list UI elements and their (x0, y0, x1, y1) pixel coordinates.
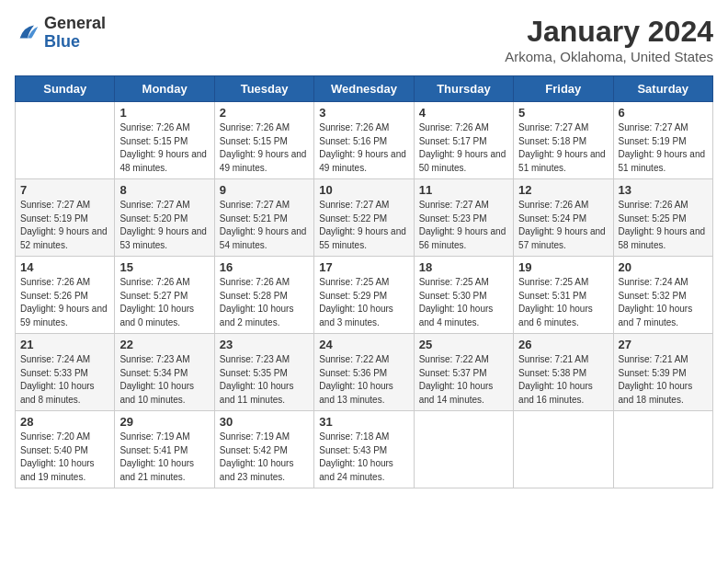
day-number: 12 (518, 183, 608, 197)
calendar-cell: 2 Sunrise: 7:26 AM Sunset: 5:15 PM Dayli… (214, 102, 313, 179)
day-number: 2 (220, 106, 309, 120)
calendar-cell: 12 Sunrise: 7:26 AM Sunset: 5:24 PM Dayl… (514, 179, 613, 257)
day-info: Sunrise: 7:27 AM Sunset: 5:21 PM Dayligh… (220, 199, 309, 252)
day-info: Sunrise: 7:26 AM Sunset: 5:28 PM Dayligh… (220, 276, 309, 329)
day-info: Sunrise: 7:27 AM Sunset: 5:20 PM Dayligh… (119, 199, 209, 252)
day-number: 28 (20, 415, 109, 429)
day-number: 17 (319, 260, 408, 274)
calendar-cell: 31 Sunrise: 7:18 AM Sunset: 5:43 PM Dayl… (314, 411, 414, 488)
calendar-week-row: 28 Sunrise: 7:20 AM Sunset: 5:40 PM Dayl… (16, 411, 713, 488)
day-number: 9 (220, 183, 309, 197)
calendar-title: January 2024 (505, 15, 713, 49)
day-number: 10 (319, 183, 408, 197)
day-info: Sunrise: 7:24 AM Sunset: 5:33 PM Dayligh… (20, 353, 109, 407)
calendar-table: SundayMondayTuesdayWednesdayThursdayFrid… (15, 75, 713, 488)
weekday-header-row: SundayMondayTuesdayWednesdayThursdayFrid… (16, 76, 713, 102)
calendar-cell: 24 Sunrise: 7:22 AM Sunset: 5:36 PM Dayl… (314, 334, 414, 411)
day-number: 24 (319, 338, 408, 351)
day-info: Sunrise: 7:26 AM Sunset: 5:27 PM Dayligh… (119, 276, 209, 329)
calendar-cell: 28 Sunrise: 7:20 AM Sunset: 5:40 PM Dayl… (16, 411, 115, 488)
day-info: Sunrise: 7:19 AM Sunset: 5:42 PM Dayligh… (220, 431, 309, 484)
day-number: 19 (518, 260, 608, 274)
day-info: Sunrise: 7:19 AM Sunset: 5:41 PM Dayligh… (119, 431, 209, 484)
calendar-cell: 30 Sunrise: 7:19 AM Sunset: 5:42 PM Dayl… (214, 411, 313, 488)
day-info: Sunrise: 7:26 AM Sunset: 5:17 PM Dayligh… (419, 121, 508, 175)
logo-text-blue: Blue (44, 33, 106, 52)
weekday-header-sunday: Sunday (16, 76, 115, 102)
day-info: Sunrise: 7:26 AM Sunset: 5:15 PM Dayligh… (220, 121, 309, 175)
calendar-cell: 21 Sunrise: 7:24 AM Sunset: 5:33 PM Dayl… (16, 334, 115, 411)
weekday-header-thursday: Thursday (414, 76, 513, 102)
day-number: 25 (419, 338, 508, 351)
calendar-cell: 22 Sunrise: 7:23 AM Sunset: 5:34 PM Dayl… (115, 334, 214, 411)
day-info: Sunrise: 7:26 AM Sunset: 5:26 PM Dayligh… (20, 276, 109, 329)
day-info: Sunrise: 7:25 AM Sunset: 5:30 PM Dayligh… (419, 276, 508, 329)
calendar-cell: 10 Sunrise: 7:27 AM Sunset: 5:22 PM Dayl… (314, 179, 414, 257)
calendar-cell: 29 Sunrise: 7:19 AM Sunset: 5:41 PM Dayl… (115, 411, 214, 488)
day-number: 18 (419, 260, 508, 274)
day-info: Sunrise: 7:26 AM Sunset: 5:24 PM Dayligh… (518, 199, 608, 252)
day-info: Sunrise: 7:23 AM Sunset: 5:34 PM Dayligh… (119, 353, 209, 407)
day-info: Sunrise: 7:23 AM Sunset: 5:35 PM Dayligh… (220, 353, 309, 407)
calendar-cell: 8 Sunrise: 7:27 AM Sunset: 5:20 PM Dayli… (115, 179, 214, 257)
day-number: 8 (119, 183, 209, 197)
calendar-cell: 14 Sunrise: 7:26 AM Sunset: 5:26 PM Dayl… (16, 257, 115, 334)
page-header: General Blue January 2024 Arkoma, Oklaho… (15, 15, 713, 64)
calendar-cell: 9 Sunrise: 7:27 AM Sunset: 5:21 PM Dayli… (214, 179, 313, 257)
day-number: 14 (20, 260, 109, 274)
calendar-cell (613, 411, 712, 488)
calendar-cell (414, 411, 513, 488)
calendar-cell: 20 Sunrise: 7:24 AM Sunset: 5:32 PM Dayl… (613, 257, 712, 334)
day-number: 13 (619, 183, 708, 197)
day-number: 27 (619, 338, 708, 351)
day-number: 22 (119, 338, 209, 351)
calendar-cell (16, 102, 115, 179)
logo: General Blue (15, 15, 106, 52)
day-info: Sunrise: 7:27 AM Sunset: 5:23 PM Dayligh… (419, 199, 508, 252)
calendar-cell: 13 Sunrise: 7:26 AM Sunset: 5:25 PM Dayl… (613, 179, 712, 257)
weekday-header-monday: Monday (115, 76, 214, 102)
day-number: 30 (220, 415, 309, 429)
day-info: Sunrise: 7:24 AM Sunset: 5:32 PM Dayligh… (619, 276, 708, 329)
day-number: 16 (220, 260, 309, 274)
calendar-week-row: 7 Sunrise: 7:27 AM Sunset: 5:19 PM Dayli… (16, 179, 713, 257)
day-number: 1 (119, 106, 209, 120)
day-info: Sunrise: 7:26 AM Sunset: 5:25 PM Dayligh… (619, 199, 708, 252)
calendar-cell: 26 Sunrise: 7:21 AM Sunset: 5:38 PM Dayl… (514, 334, 613, 411)
calendar-cell: 4 Sunrise: 7:26 AM Sunset: 5:17 PM Dayli… (414, 102, 513, 179)
weekday-header-friday: Friday (514, 76, 613, 102)
calendar-header: SundayMondayTuesdayWednesdayThursdayFrid… (16, 76, 713, 102)
calendar-week-row: 1 Sunrise: 7:26 AM Sunset: 5:15 PM Dayli… (16, 102, 713, 179)
calendar-cell: 3 Sunrise: 7:26 AM Sunset: 5:16 PM Dayli… (314, 102, 414, 179)
day-number: 31 (319, 415, 408, 429)
calendar-cell: 18 Sunrise: 7:25 AM Sunset: 5:30 PM Dayl… (414, 257, 513, 334)
day-info: Sunrise: 7:22 AM Sunset: 5:36 PM Dayligh… (319, 353, 408, 407)
calendar-cell: 1 Sunrise: 7:26 AM Sunset: 5:15 PM Dayli… (115, 102, 214, 179)
day-info: Sunrise: 7:27 AM Sunset: 5:22 PM Dayligh… (319, 199, 408, 252)
day-number: 21 (20, 338, 109, 351)
day-number: 20 (619, 260, 708, 274)
day-info: Sunrise: 7:20 AM Sunset: 5:40 PM Dayligh… (20, 431, 109, 484)
logo-text-general: General (44, 15, 106, 33)
day-number: 6 (619, 106, 708, 120)
calendar-cell: 15 Sunrise: 7:26 AM Sunset: 5:27 PM Dayl… (115, 257, 214, 334)
calendar-cell (514, 411, 613, 488)
day-info: Sunrise: 7:18 AM Sunset: 5:43 PM Dayligh… (319, 431, 408, 484)
calendar-cell: 6 Sunrise: 7:27 AM Sunset: 5:19 PM Dayli… (613, 102, 712, 179)
day-number: 26 (518, 338, 608, 351)
day-number: 3 (319, 106, 408, 120)
calendar-cell: 11 Sunrise: 7:27 AM Sunset: 5:23 PM Dayl… (414, 179, 513, 257)
day-number: 29 (119, 415, 209, 429)
calendar-cell: 19 Sunrise: 7:25 AM Sunset: 5:31 PM Dayl… (514, 257, 613, 334)
day-info: Sunrise: 7:27 AM Sunset: 5:18 PM Dayligh… (518, 121, 608, 175)
day-info: Sunrise: 7:27 AM Sunset: 5:19 PM Dayligh… (20, 199, 109, 252)
calendar-cell: 17 Sunrise: 7:25 AM Sunset: 5:29 PM Dayl… (314, 257, 414, 334)
day-info: Sunrise: 7:22 AM Sunset: 5:37 PM Dayligh… (419, 353, 508, 407)
calendar-week-row: 21 Sunrise: 7:24 AM Sunset: 5:33 PM Dayl… (16, 334, 713, 411)
weekday-header-saturday: Saturday (613, 76, 712, 102)
title-block: January 2024 Arkoma, Oklahoma, United St… (505, 15, 713, 64)
day-number: 23 (220, 338, 309, 351)
calendar-subtitle: Arkoma, Oklahoma, United States (505, 49, 713, 64)
calendar-body: 1 Sunrise: 7:26 AM Sunset: 5:15 PM Dayli… (16, 102, 713, 488)
calendar-cell: 5 Sunrise: 7:27 AM Sunset: 5:18 PM Dayli… (514, 102, 613, 179)
